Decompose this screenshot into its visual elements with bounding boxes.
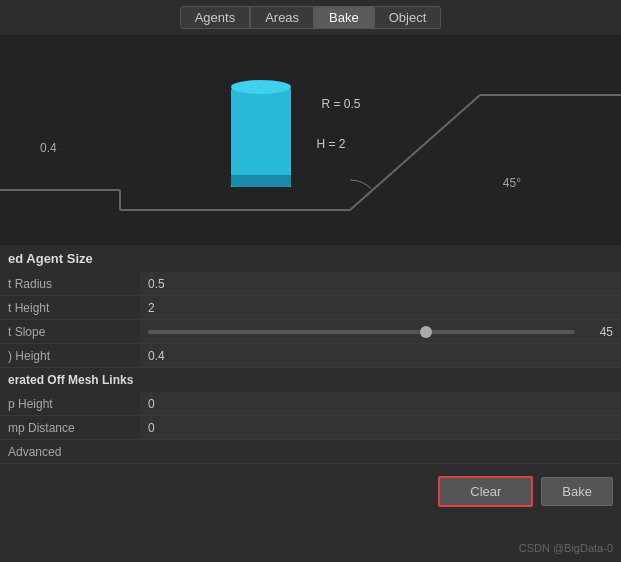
value-jump-distance[interactable]: 0 <box>140 416 621 439</box>
buttons-area: Clear Bake <box>0 468 621 515</box>
slope-slider-track[interactable] <box>148 330 575 334</box>
label-step-height: ) Height <box>0 349 140 363</box>
tab-object[interactable]: Object <box>374 6 442 29</box>
prop-row-step-height: ) Height 0.4 <box>0 344 621 368</box>
value-step-height[interactable]: 0.4 <box>140 344 621 367</box>
properties-panel: ed Agent Size t Radius 0.5 t Height 2 t … <box>0 245 621 515</box>
slope-slider-container[interactable]: 45 <box>140 320 621 343</box>
label-advanced: Advanced <box>0 445 140 459</box>
prop-row-drop-height: p Height 0 <box>0 392 621 416</box>
advanced-row: Advanced <box>0 440 621 464</box>
cylinder-bottom-band <box>231 175 291 187</box>
prop-row-jump-distance: mp Distance 0 <box>0 416 621 440</box>
label-radius: t Radius <box>0 277 140 291</box>
value-drop-height[interactable]: 0 <box>140 392 621 415</box>
label-slope: t Slope <box>0 325 140 339</box>
tab-agents[interactable]: Agents <box>180 6 250 29</box>
slope-slider-thumb[interactable] <box>420 326 432 338</box>
slope-slider-fill <box>148 330 426 334</box>
prop-row-slope: t Slope 45 <box>0 320 621 344</box>
watermark: CSDN @BigData-0 <box>519 542 613 554</box>
clear-button[interactable]: Clear <box>438 476 533 507</box>
slope-slider-value: 45 <box>583 325 613 339</box>
ground-canvas <box>0 35 621 245</box>
tabs-bar: Agents Areas Bake Object <box>0 0 621 35</box>
h-label: H = 2 <box>316 137 345 151</box>
step-label: 0.4 <box>40 141 57 155</box>
cylinder-top <box>231 80 291 94</box>
r-label: R = 0.5 <box>321 97 360 111</box>
bake-button[interactable]: Bake <box>541 477 613 506</box>
section-title: ed Agent Size <box>0 245 621 272</box>
cylinder-body: R = 0.5 H = 2 <box>231 87 291 187</box>
value-radius[interactable]: 0.5 <box>140 272 621 295</box>
subsection-title: erated Off Mesh Links <box>0 368 621 392</box>
angle-label: 45° <box>503 176 521 190</box>
agent-cylinder: R = 0.5 H = 2 <box>231 87 291 187</box>
tab-areas[interactable]: Areas <box>250 6 314 29</box>
label-drop-height: p Height <box>0 397 140 411</box>
label-jump-distance: mp Distance <box>0 421 140 435</box>
value-height[interactable]: 2 <box>140 296 621 319</box>
label-height: t Height <box>0 301 140 315</box>
prop-row-radius: t Radius 0.5 <box>0 272 621 296</box>
tab-bake[interactable]: Bake <box>314 6 374 29</box>
prop-row-height: t Height 2 <box>0 296 621 320</box>
visualization-area: R = 0.5 H = 2 0.4 45° <box>0 35 621 245</box>
